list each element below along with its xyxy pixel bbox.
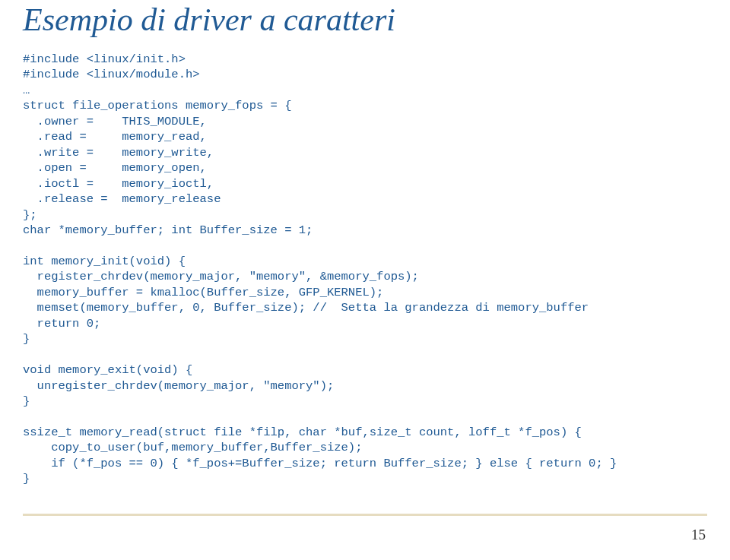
horizontal-rule	[23, 514, 707, 516]
code-block: #include <linux/init.h> #include <linux/…	[23, 52, 707, 487]
page-number: 15	[691, 527, 706, 543]
slide-container: Esempio di driver a caratteri #include <…	[0, 0, 730, 560]
slide-title: Esempio di driver a caratteri	[23, 0, 707, 38]
